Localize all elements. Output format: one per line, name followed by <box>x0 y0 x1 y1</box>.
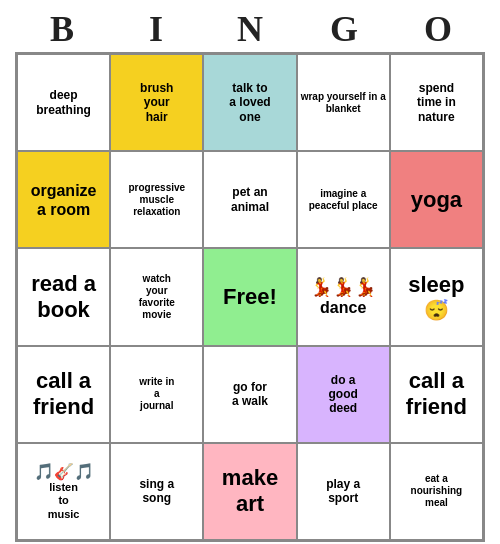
letter-b: B <box>15 8 109 50</box>
cell-4-3: go fora walk <box>203 346 296 443</box>
sleep-label: sleep <box>408 272 464 298</box>
cell-4-5: call afriend <box>390 346 483 443</box>
cell-5-1: 🎵🎸🎵 listentomusic <box>17 443 110 540</box>
cell-5-3: makeart <box>203 443 296 540</box>
cell-3-1: read abook <box>17 248 110 345</box>
bingo-header: B I N G O <box>15 8 485 50</box>
cell-2-5: yoga <box>390 151 483 248</box>
cell-1-4: wrap yourself in a blanket <box>297 54 390 151</box>
cell-3-5: sleep 😴 <box>390 248 483 345</box>
letter-o: O <box>391 8 485 50</box>
cell-5-2: sing asong <box>110 443 203 540</box>
cell-5-4: play asport <box>297 443 390 540</box>
cell-3-2: watchyourfavoritemovie <box>110 248 203 345</box>
cell-5-5: eat anourishingmeal <box>390 443 483 540</box>
cell-2-1: organizea room <box>17 151 110 248</box>
bingo-grid: deepbreathing brushyourhair talk toa lov… <box>15 52 485 542</box>
cell-4-1: call afriend <box>17 346 110 443</box>
cell-2-4: imagine a peaceful place <box>297 151 390 248</box>
cell-1-5: spendtime innature <box>390 54 483 151</box>
music-icon: 🎵🎸🎵 <box>34 462 94 481</box>
dance-icon: 💃💃💃 <box>310 277 376 299</box>
letter-i: I <box>109 8 203 50</box>
dance-label: dance <box>320 298 366 317</box>
cell-1-1: deepbreathing <box>17 54 110 151</box>
cell-3-4: 💃💃💃 dance <box>297 248 390 345</box>
letter-n: N <box>203 8 297 50</box>
cell-1-2: brushyourhair <box>110 54 203 151</box>
cell-3-3-free: Free! <box>203 248 296 345</box>
cell-2-3: pet ananimal <box>203 151 296 248</box>
cell-4-2: write inajournal <box>110 346 203 443</box>
music-label: listentomusic <box>48 481 80 521</box>
letter-g: G <box>297 8 391 50</box>
cell-4-4: do agooddeed <box>297 346 390 443</box>
cell-2-2: progressivemusclerelaxation <box>110 151 203 248</box>
sleep-icon: 😴 <box>424 298 449 322</box>
cell-1-3: talk toa lovedone <box>203 54 296 151</box>
